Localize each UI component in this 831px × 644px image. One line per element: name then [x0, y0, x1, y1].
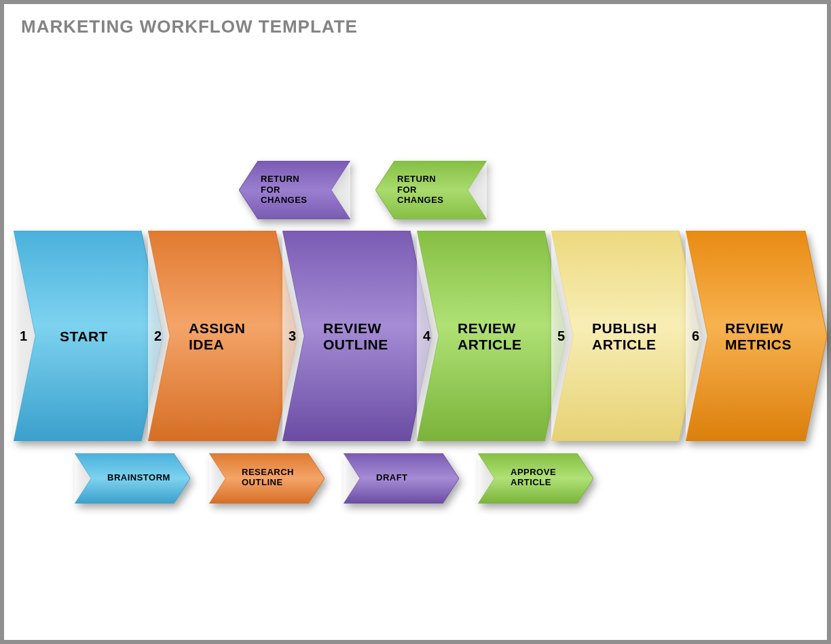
step-number-4: 4	[423, 328, 430, 344]
diagram-title: MARKETING WORKFLOW TEMPLATE	[21, 16, 358, 37]
return-label-2: RETURNFORCHANGES	[397, 174, 458, 206]
step-number-6: 6	[692, 328, 699, 344]
step-label-1: START	[60, 328, 148, 345]
step-label-4: REVIEWARTICLE	[458, 320, 553, 353]
step-label-2: ASSIGNIDEA	[189, 320, 284, 353]
step-label-6: REVIEWMETRICS	[725, 320, 820, 353]
step-label-5: PUBLISHARTICLE	[592, 320, 687, 353]
advance-label-4: APPROVEARTICLE	[511, 468, 578, 488]
step-number-5: 5	[557, 328, 565, 344]
step-number-2: 2	[154, 328, 162, 344]
step-number-1: 1	[20, 328, 27, 344]
advance-label-3: DRAFT	[376, 473, 444, 483]
step-number-3: 3	[289, 328, 296, 344]
workflow-diagram: MARKETING WORKFLOW TEMPLATE RETURNFORCHA…	[0, 0, 831, 644]
advance-label-1: BRAINSTORM	[107, 473, 182, 483]
advance-label-2: RESEARCHOUTLINE	[242, 468, 310, 488]
return-label-1: RETURNFORCHANGES	[261, 174, 322, 206]
step-label-3: REVIEWOUTLINE	[323, 320, 418, 353]
